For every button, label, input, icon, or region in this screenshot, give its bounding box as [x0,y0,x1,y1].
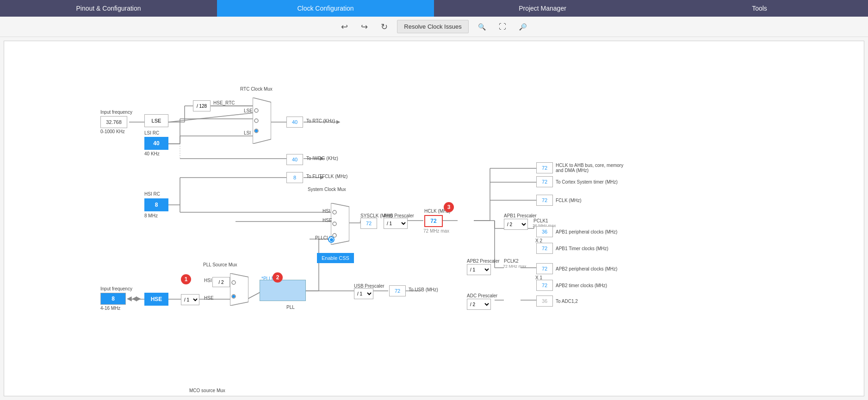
iwdg-out-value[interactable]: 40 [286,154,303,165]
pll-mux-shape [230,273,248,306]
apb2-peri-row: 72 APB2 peripheral clocks (MHz) [536,263,617,274]
apb2-timer-value[interactable]: 72 [536,280,553,291]
marker-2: 2 [273,272,283,283]
fclk-row: 72 FCLK (MHz) [536,195,582,206]
resolve-clock-button[interactable]: Resolve Clock Issues [397,20,468,33]
hclk-ahb-value[interactable]: 72 [536,162,553,173]
apb1-peri-label: APB1 peripheral clocks (MHz) [556,229,617,234]
svg-marker-61 [253,98,271,144]
apb1-prescaler-select[interactable]: / 2 / 1 / 4 / 8 / 16 [504,219,528,230]
lsi-rc-box[interactable]: 40 [144,137,168,150]
pll-area-label: PLL [286,305,295,310]
enable-css-button[interactable]: Enable CSS [317,253,354,263]
cortex-timer-label: To Cortex System timer (MHz) [556,179,618,185]
nav-clock[interactable]: Clock Configuration [217,0,434,17]
fclk-value[interactable]: 72 [536,195,553,206]
pllclk-selected-indicator [328,236,335,243]
flitfclk-label: To FLITFCLK (MHz) [306,174,347,179]
adc-prescaler-label: ADC Prescaler [467,293,497,298]
input-freq-bottom-value[interactable]: 8 [100,293,126,305]
svg-line-54 [247,292,261,299]
pll-area [260,280,306,301]
top-nav: Pinout & Configuration Clock Configurati… [0,0,868,17]
apb2-timer-row: 72 APB2 timer clocks (MHz) [536,280,607,291]
apb1-peri-value[interactable]: 36 [536,226,553,237]
apb2-peri-label: APB2 peripheral clocks (MHz) [556,266,617,271]
flitfclk-value[interactable]: 8 [286,172,303,183]
lse-mux-label: LSE [244,108,253,113]
hse-rtc-label: HSE_RTC [213,100,235,105]
hsi-pllmux-label: HSI [204,278,212,283]
input-range-bottom-label: 4-16 MHz [100,306,120,311]
zoom-in-button[interactable]: 🔍 [474,21,490,32]
input-arrow2: ▶ [136,295,141,302]
redo-button[interactable]: ↪ [357,20,372,34]
adc-label: To ADC1,2 [556,299,578,304]
hclk-ahb-row: 72 HCLK to AHB bus, core, memory and DMA… [536,162,630,173]
cortex-timer-row: 72 To Cortex System timer (MHz) [536,176,618,187]
nav-tools[interactable]: Tools [651,0,868,17]
adc-row: 36 To ADC1,2 [536,295,578,307]
hclk-max-label: 72 MHz max [423,228,449,234]
apb2-peri-value[interactable]: 72 [536,263,553,274]
hclk-ahb-label: HCLK to AHB bus, core, memory and DMA (M… [556,163,630,173]
apb1-timer-row: 72 APB1 Timer clocks (MHz) [536,243,608,254]
hsi-rc-box[interactable]: 8 [144,198,168,211]
pclk2-max-label: 72 MHz max [503,264,527,269]
rtc-mux-shape [253,98,271,144]
iwdg-out-label: To IWDG (KHz) [306,156,338,161]
ahb-prescaler-select[interactable]: / 1 / 2 / 4 / 8 / 16 / 64 / 128 / 256 / … [384,218,408,229]
undo-button[interactable]: ↩ [337,20,352,34]
zoom-out-button[interactable]: 🔍 [515,21,531,32]
rtc-out-label: To RTC (KHz) [306,118,335,123]
hclk-value[interactable]: 72 [424,215,443,227]
usb-out-value[interactable]: 72 [389,285,406,296]
lsi-mux-label: LSI [244,130,251,135]
marker-1: 1 [181,274,191,284]
pclk1-label: PCLK1 [533,218,548,223]
svg-point-65 [255,129,258,132]
apb1-timer-label: APB1 Timer clocks (MHz) [556,246,608,251]
main-area: Input frequency 32.768 0-1000 KHz LSE LS… [0,37,868,400]
hse-pllmux-label: HSE [204,295,214,301]
usb-out-label: To USB (MHz) [409,287,438,292]
hsi-div2-box[interactable]: / 2 [212,277,230,287]
hse-box[interactable]: HSE [144,293,168,306]
refresh-button[interactable]: ↻ [377,20,391,34]
apb2-timer-label: APB2 timer clocks (MHz) [556,283,607,288]
clock-diagram: Input frequency 32.768 0-1000 KHz LSE LS… [4,41,864,396]
apb2-prescaler-select[interactable]: / 1 / 2 / 4 / 8 / 16 [467,264,491,275]
lsi-40khz-label: 40 KHz [144,151,160,156]
pclk2-label: PCLK2 [504,258,519,264]
rtc-mux-label: RTC Clock Mux [240,86,273,92]
sysclk-value[interactable]: 72 [360,218,377,229]
div128-box[interactable]: / 128 [193,100,211,111]
apb1-peri-row: 36 APB1 peripheral clocks (MHz) [536,226,617,237]
toolbar: ↩ ↪ ↻ Resolve Clock Issues 🔍 ⛶ 🔍 [0,17,868,37]
rtc-out-value[interactable]: 40 [286,117,303,128]
adc-value[interactable]: 36 [536,295,553,307]
lse-box[interactable]: LSE [144,114,168,127]
svg-point-73 [232,295,235,298]
hsi-rc-label: HSI RC [144,191,160,197]
hsi-sysmux-label: HSI [322,209,330,214]
adc-prescaler-select[interactable]: / 2 / 4 / 6 / 8 [467,299,491,310]
nav-pinout[interactable]: Pinout & Configuration [0,0,217,17]
cortex-timer-value[interactable]: 72 [536,176,553,187]
clock-diagram-canvas[interactable]: Input frequency 32.768 0-1000 KHz LSE LS… [4,41,864,396]
svg-line-1 [168,113,254,122]
input-arrows: ◀◀ [127,295,137,302]
zoom-fit-button[interactable]: ⛶ [495,21,510,33]
nav-project[interactable]: Project Manager [434,0,651,17]
apb2-prescaler-label: APB2 Prescaler [467,258,500,264]
hse-div1-select[interactable]: / 1 / 2 [181,294,199,305]
usb-prescaler-select[interactable]: / 1 / 1.5 [354,288,373,299]
apb1-prescaler-label: APB1 Prescaler [504,213,537,218]
input-freq-top-value[interactable]: 32.768 [100,116,127,128]
input-freq-bottom-label: Input frequency [100,286,132,291]
mco-mux-label: MCO source Mux [189,388,225,393]
pll-mux-label: PLL Source Mux [203,262,237,267]
lsi-rc-label: LSI RC [144,130,159,135]
apb1-timer-value[interactable]: 72 [536,243,553,254]
sysclk-mux-label: System Clock Mux [308,187,346,192]
